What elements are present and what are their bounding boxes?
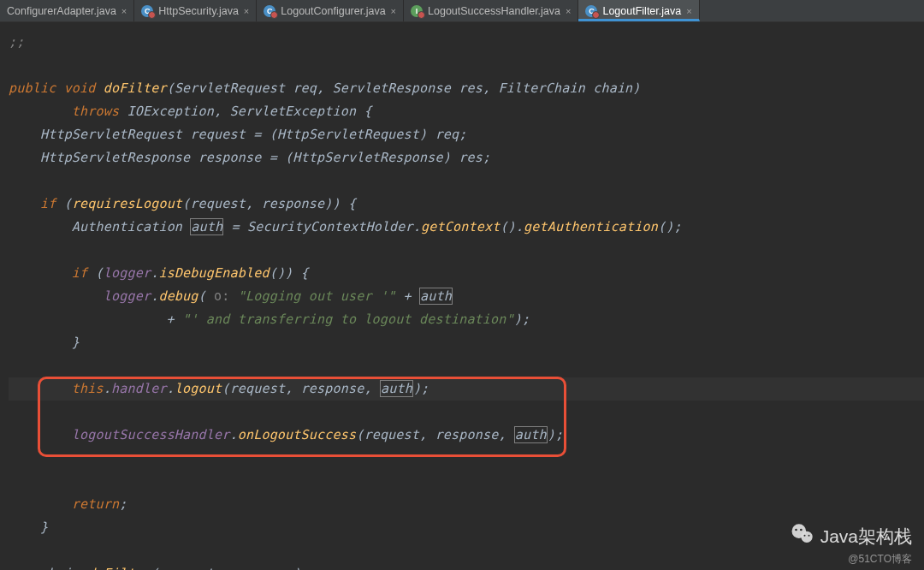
close-icon[interactable]: × [686,6,691,16]
readonly-badge-icon [418,11,425,19]
code-line: } [9,331,924,354]
code-editor[interactable]: ;; public void doFilter(ServletRequest r… [0,22,924,570]
close-icon[interactable]: × [391,6,396,16]
code-line [9,470,924,493]
code-line: logoutSuccessHandler.onLogoutSuccess(req… [9,424,924,447]
highlighted-variable: auth [514,426,548,443]
code-line: Authentication auth = SecurityContextHol… [9,216,924,239]
tab-label: HttpSecurity.java [158,5,239,17]
class-icon: C [141,5,153,17]
highlighted-variable: auth [190,218,223,235]
code-line: HttpServletRequest request = (HttpServle… [9,123,924,146]
code-line: if (requiresLogout(request, response)) { [9,193,924,216]
readonly-badge-icon [270,11,278,19]
code-line: logger.debug( o: "Logging out user '" + … [9,285,924,308]
code-line [9,401,924,424]
code-line [9,169,924,193]
close-icon[interactable]: × [121,6,127,16]
code-line-highlighted: this.handler.logout(request, response, a… [9,377,924,401]
class-icon: C [585,5,597,17]
code-line [9,539,924,562]
close-icon[interactable]: × [244,6,249,16]
tab-label: LogoutFilter.java [602,5,681,17]
code-line: HttpServletResponse response = (HttpServ… [9,146,924,169]
class-icon: C [264,5,275,17]
code-line: throws IOException, ServletException { [9,100,924,123]
watermark-sub: @51CTO博客 [848,552,912,567]
code-line: chain.doFilter(request, response); [9,562,924,570]
code-line: public void doFilter(ServletRequest req,… [9,77,924,100]
editor-tabs: ConfigurerAdapter.java × C HttpSecurity.… [0,0,924,22]
highlighted-variable: auth [380,380,413,397]
tab-label: LogoutSuccessHandler.java [428,5,560,17]
parameter-hint: o: [214,288,229,304]
code-line [9,239,924,262]
watermark: Java架构栈 [790,521,912,551]
code-line: + "' and transferring to logout destinat… [9,308,924,331]
svg-point-2 [795,529,797,531]
svg-point-3 [800,529,803,531]
svg-point-1 [801,531,812,543]
code-line [9,354,924,377]
code-line: return; [9,493,924,516]
tab-label: LogoutConfigurer.java [281,5,385,17]
tab-logout-configurer[interactable]: C LogoutConfigurer.java × [257,0,404,21]
readonly-badge-icon [592,11,600,19]
tab-label: ConfigurerAdapter.java [7,5,116,17]
code-line [9,447,924,470]
tab-logout-success-handler[interactable]: I LogoutSuccessHandler.java × [404,0,578,21]
wechat-icon [790,521,815,551]
interface-icon: I [411,5,423,17]
code-line [9,54,924,77]
code-line: if (logger.isDebugEnabled()) { [9,262,924,285]
code-line: } [9,516,924,539]
readonly-badge-icon [148,11,156,19]
highlighted-variable: auth [419,288,453,305]
code-line: ;; [9,31,924,54]
tab-configurer-adapter[interactable]: ConfigurerAdapter.java × [0,0,134,21]
tab-http-security[interactable]: C HttpSecurity.java × [134,0,257,21]
svg-point-4 [803,535,805,537]
tab-logout-filter[interactable]: C LogoutFilter.java × [578,0,699,21]
watermark-text: Java架构栈 [820,525,912,549]
svg-point-5 [808,535,809,537]
close-icon[interactable]: × [566,6,571,16]
